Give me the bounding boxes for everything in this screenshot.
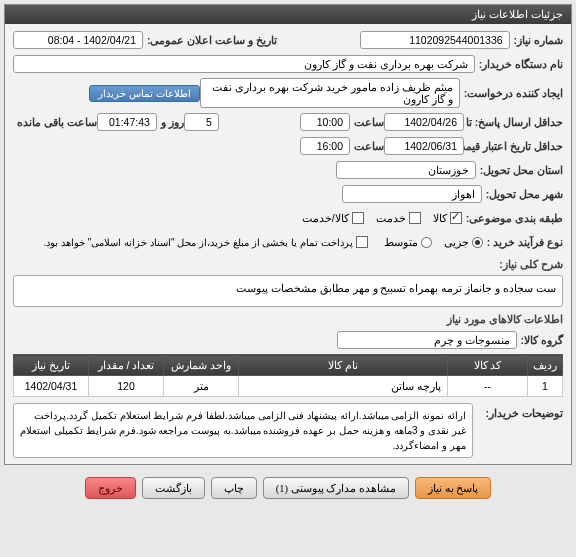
- radio-icon: [472, 237, 483, 248]
- buyer-note-label: توضیحات خریدار:: [483, 403, 563, 458]
- th-qty: تعداد / مقدار: [89, 355, 164, 376]
- buyer-org-label: نام دستگاه خریدار:: [479, 58, 563, 70]
- cat-service-option[interactable]: خدمت: [376, 212, 421, 224]
- th-name: نام کالا: [239, 355, 448, 376]
- deadline-label: حداقل ارسال پاسخ: تا تاریخ:: [468, 116, 563, 128]
- group-field: منسوجات و چرم: [337, 331, 517, 349]
- validity-time-label: ساعت: [354, 140, 384, 152]
- cat-goods-option[interactable]: کالا: [433, 212, 462, 224]
- respond-button[interactable]: پاسخ به نیاز: [415, 477, 491, 499]
- items-title: اطلاعات کالاهای مورد نیاز: [13, 313, 563, 326]
- footer-buttons: پاسخ به نیاز مشاهده مدارک پیوستی (1) چاپ…: [0, 469, 576, 507]
- buyer-note-text: ارائه نمونه الزامی میباشد.ارائه پیشنهاد …: [13, 403, 473, 458]
- requester-field: میثم ظریف زاده مامور خرید شرکت بهره بردا…: [200, 78, 460, 108]
- print-button[interactable]: چاپ: [211, 477, 257, 499]
- validity-date: 1402/06/31: [384, 137, 464, 155]
- treasury-note-option[interactable]: پرداخت تمام یا بخشی از مبلغ خرید،از محل …: [44, 236, 368, 248]
- city-label: شهر محل تحویل:: [486, 188, 563, 200]
- radio-icon: [421, 237, 432, 248]
- process-group: جزیی متوسط: [384, 236, 483, 248]
- deadline-date: 1402/04/26: [384, 113, 464, 131]
- contact-buyer-button[interactable]: اطلاعات تماس خریدار: [89, 85, 200, 102]
- remain-label: ساعت باقی مانده: [17, 116, 97, 128]
- th-date: تاریخ نیاز: [14, 355, 89, 376]
- checkbox-icon: [356, 236, 368, 248]
- checkbox-icon: [409, 212, 421, 224]
- need-no-label: شماره نیاز:: [514, 34, 563, 46]
- td-row: 1: [528, 376, 563, 397]
- deadline-time: 10:00: [300, 113, 350, 131]
- validity-time: 16:00: [300, 137, 350, 155]
- table-row[interactable]: 1 -- پارچه ساتن متر 120 1402/04/31: [14, 376, 563, 397]
- buyer-org-field: شرکت بهره برداری نفت و گاز کارون: [13, 55, 475, 73]
- proc-mid-option[interactable]: متوسط: [384, 236, 432, 248]
- province-field: خوزستان: [336, 161, 476, 179]
- items-table: ردیف کد کالا نام کالا واحد شمارش تعداد /…: [13, 354, 563, 397]
- attachments-button[interactable]: مشاهده مدارک پیوستی (1): [263, 477, 409, 499]
- proc-low-option[interactable]: جزیی: [444, 236, 483, 248]
- checkbox-icon: [352, 212, 364, 224]
- td-unit: متر: [164, 376, 239, 397]
- th-unit: واحد شمارش: [164, 355, 239, 376]
- category-label: طبقه بندی موضوعی:: [466, 212, 563, 224]
- requester-label: ایجاد کننده درخواست:: [464, 87, 563, 99]
- td-name: پارچه ساتن: [239, 376, 448, 397]
- days-label: روز و: [161, 116, 184, 128]
- province-label: استان محل تحویل:: [480, 164, 563, 176]
- validity-label: حداقل تاریخ اعتبار قیمت: تا تاریخ:: [468, 140, 563, 152]
- cat-goods-service-option[interactable]: کالا/خدمت: [302, 212, 364, 224]
- main-panel: جزئیات اطلاعات نیاز شماره نیاز: 11020925…: [4, 4, 572, 465]
- process-label: نوع فرآیند خرید :: [487, 236, 563, 248]
- days-field: 5: [184, 113, 219, 131]
- need-no-field: 1102092544001336: [360, 31, 510, 49]
- checkbox-icon: [450, 212, 462, 224]
- table-header-row: ردیف کد کالا نام کالا واحد شمارش تعداد /…: [14, 355, 563, 376]
- th-row: ردیف: [528, 355, 563, 376]
- td-code: --: [448, 376, 528, 397]
- panel-title: جزئیات اطلاعات نیاز: [5, 5, 571, 24]
- td-date: 1402/04/31: [14, 376, 89, 397]
- exit-button[interactable]: خروج: [85, 477, 136, 499]
- remain-time: 01:47:43: [97, 113, 157, 131]
- desc-title: شرح کلی نیاز:: [13, 258, 563, 271]
- td-qty: 120: [89, 376, 164, 397]
- group-label: گروه کالا:: [521, 334, 563, 346]
- back-button[interactable]: بازگشت: [142, 477, 205, 499]
- city-field: اهواز: [342, 185, 482, 203]
- announce-field: 1402/04/21 - 08:04: [13, 31, 143, 49]
- desc-box: ست سجاده و جانماز ترمه بهمراه تسبیح و مه…: [13, 275, 563, 307]
- category-group: کالا خدمت کالا/خدمت: [302, 212, 462, 224]
- th-code: کد کالا: [448, 355, 528, 376]
- deadline-time-label: ساعت: [354, 116, 384, 128]
- announce-label: تاریخ و ساعت اعلان عمومی:: [147, 34, 277, 46]
